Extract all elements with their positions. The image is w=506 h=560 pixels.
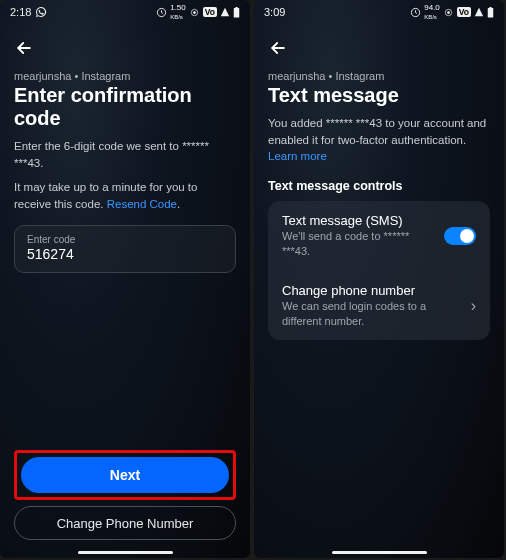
sms-toggle-row[interactable]: Text message (SMS) We'll send a code to … bbox=[268, 201, 490, 271]
nav-pill[interactable] bbox=[78, 551, 173, 554]
next-button-highlight: Next bbox=[14, 450, 236, 500]
content-area: mearjunsha • Instagram Text message You … bbox=[254, 24, 504, 548]
row-title: Text message (SMS) bbox=[282, 213, 434, 228]
learn-more-link[interactable]: Learn more bbox=[268, 150, 327, 162]
page-title: Enter confirmation code bbox=[14, 84, 236, 130]
svg-rect-8 bbox=[488, 8, 494, 17]
status-time: 3:09 bbox=[264, 6, 285, 18]
row-subtitle: We can send login codes to a different n… bbox=[282, 299, 461, 329]
page-title: Text message bbox=[268, 84, 490, 107]
svg-point-6 bbox=[447, 11, 450, 14]
code-input[interactable]: Enter code 516274 bbox=[14, 225, 236, 273]
svg-rect-9 bbox=[489, 7, 491, 8]
status-icons: 94.0KB/s Vo bbox=[410, 3, 494, 21]
sms-toggle-switch[interactable] bbox=[444, 227, 476, 245]
back-arrow-icon[interactable] bbox=[268, 38, 288, 58]
controls-card: Text message (SMS) We'll send a code to … bbox=[268, 201, 490, 340]
svg-rect-3 bbox=[234, 8, 240, 17]
subtext: You added ****** ***43 to your account a… bbox=[268, 115, 490, 165]
row-title: Change phone number bbox=[282, 283, 461, 298]
svg-point-1 bbox=[193, 11, 196, 14]
phone-right: 3:09 94.0KB/s Vo mearjunsha • Instagram … bbox=[254, 0, 504, 558]
content-area: mearjunsha • Instagram Enter confirmatio… bbox=[0, 24, 250, 548]
resend-code-link[interactable]: Resend Code bbox=[107, 198, 177, 210]
status-icons: 1.50KB/s Vo bbox=[156, 3, 240, 21]
status-bar: 3:09 94.0KB/s Vo bbox=[254, 0, 504, 24]
row-subtitle: We'll send a code to ****** ***43. bbox=[282, 229, 434, 259]
nav-pill[interactable] bbox=[332, 551, 427, 554]
back-arrow-icon[interactable] bbox=[14, 38, 34, 58]
svg-rect-4 bbox=[235, 7, 237, 8]
subtext-line1: Enter the 6-digit code we sent to ******… bbox=[14, 138, 236, 171]
chevron-right-icon: › bbox=[471, 297, 476, 315]
change-phone-button[interactable]: Change Phone Number bbox=[14, 506, 236, 540]
code-input-value: 516274 bbox=[27, 246, 223, 262]
whatsapp-icon bbox=[35, 6, 47, 18]
next-button[interactable]: Next bbox=[21, 457, 229, 493]
status-bar: 2:18 1.50KB/s Vo bbox=[0, 0, 250, 24]
breadcrumb: mearjunsha • Instagram bbox=[268, 70, 490, 82]
bottom-buttons: Next Change Phone Number bbox=[14, 450, 236, 548]
change-phone-row[interactable]: Change phone number We can send login co… bbox=[268, 271, 490, 341]
code-input-label: Enter code bbox=[27, 234, 223, 245]
section-title: Text message controls bbox=[268, 179, 490, 193]
status-time: 2:18 bbox=[10, 6, 31, 18]
subtext-line2: It may take up to a minute for you to re… bbox=[14, 179, 236, 212]
phone-left: 2:18 1.50KB/s Vo mearjunsha • Instagram … bbox=[0, 0, 250, 558]
breadcrumb: mearjunsha • Instagram bbox=[14, 70, 236, 82]
